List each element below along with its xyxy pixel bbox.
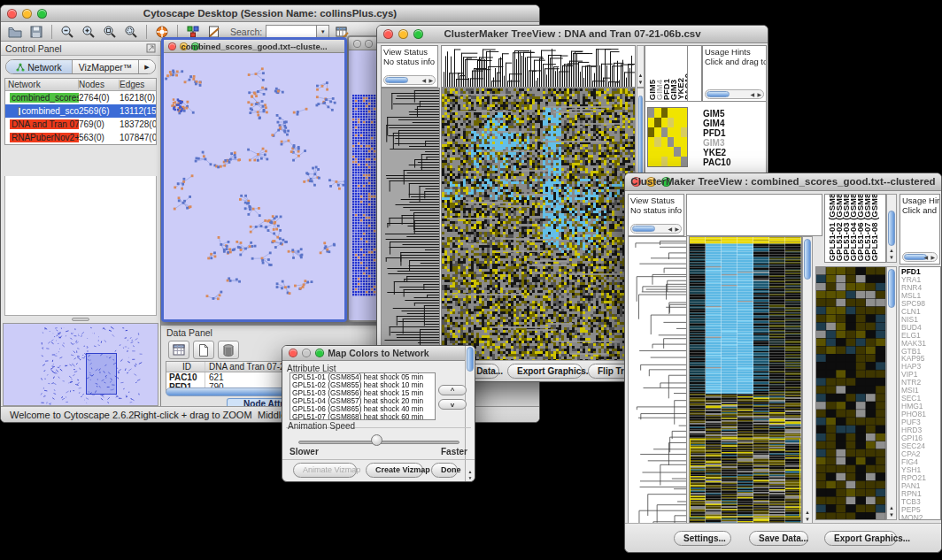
scroll-down-icon[interactable]: ▼ [466, 475, 475, 480]
network-row[interactable]: combined_scores 2764(0) 16218(0) [5, 91, 156, 104]
save-data-button[interactable]: Save Data... [749, 531, 808, 546]
attribute-list[interactable]: GPL51-01 (GSM854) heat shock 05 minGPL51… [290, 372, 436, 420]
scroll-down-icon[interactable]: ▼ [803, 517, 812, 522]
birdseye-view[interactable] [3, 323, 158, 406]
delete-attribute-icon[interactable] [218, 341, 239, 359]
heatmap-panel[interactable] [441, 88, 636, 362]
save-session-button[interactable] [27, 24, 45, 40]
network-row[interactable]: DNA and Tran 07 769(0) 183728(0) [5, 118, 156, 131]
scroll-right-icon[interactable]: ▶ [429, 77, 433, 83]
select-attributes-icon[interactable] [168, 341, 189, 359]
status-hint-zoom: Right-click + drag to ZOOM [134, 410, 252, 420]
scroll-right-icon[interactable]: ▶ [675, 226, 679, 232]
search-input[interactable] [266, 25, 317, 38]
new-attribute-icon[interactable] [193, 341, 214, 359]
network-edges-count: 13112(15) [120, 106, 156, 116]
attribute-list-item[interactable]: GPL51-07 (GSM868) heat shock 60 min [290, 413, 435, 420]
usage-hints-scrollbar[interactable]: ◀▶ [902, 252, 938, 262]
gene-labels-panel[interactable]: PFD1YRA1RNR4MSL1SPC98CLN1NIS1BUD4ELG1MAK… [899, 266, 941, 520]
column-header-nodes[interactable]: Nodes [79, 80, 120, 89]
minimize-button[interactable] [365, 40, 373, 48]
map-colors-dialog: Map Colors to Network Attribute List GPL… [282, 345, 475, 482]
column-labels-panel[interactable]: GPL51-01 (GSM854)GPL51-02 (GSM855)GPL51-… [824, 194, 886, 263]
scroll-up-icon[interactable]: ▲ [637, 73, 644, 78]
row-dendrogram-panel[interactable] [381, 88, 440, 362]
done-button[interactable]: Done [431, 463, 458, 478]
close-button[interactable] [353, 40, 361, 48]
animation-speed-slider-thumb[interactable] [371, 434, 382, 446]
view-status-scrollbar[interactable]: ◀▶ [630, 224, 682, 234]
create-vizmap-button[interactable]: Create Vizmap [366, 463, 423, 478]
network-window-titlebar[interactable]: combined_scores_good.txt--cluste... [164, 40, 344, 53]
usage-hints-scrollbar[interactable]: ◀▶ [705, 89, 764, 99]
panel-divider-handle[interactable] [72, 318, 89, 321]
open-session-button[interactable] [6, 24, 24, 40]
column-header-id[interactable]: ID [166, 362, 205, 372]
export-graphics-button[interactable]: Export Graphics... [507, 364, 583, 379]
treeview-window-combined: ClusterMaker TreeView : combined_scores_… [624, 173, 942, 553]
zoom-in-icon[interactable] [80, 24, 97, 40]
view-status-scrollbar[interactable]: ◀▶ [383, 75, 436, 85]
main-titlebar[interactable]: Cytoscape Desktop (Session Name: collins… [1, 5, 539, 22]
row-labels[interactable]: GIM5GIM4PFD1GIM3YKE2PAC10 [703, 109, 731, 167]
scroll-up-icon[interactable]: ▲ [466, 469, 475, 474]
overview-cell [654, 137, 660, 147]
zoom-heatmap-scrollbar[interactable]: ▲ ▼ [886, 266, 897, 520]
network-nodes-count: 563(0) [79, 133, 120, 142]
network-canvas[interactable] [164, 53, 344, 319]
scroll-left-icon[interactable]: ◀ [421, 77, 426, 83]
heatmap-panel[interactable] [689, 236, 802, 525]
row-label: GIM5 [703, 109, 731, 119]
zoom-heatmap-panel[interactable] [815, 266, 886, 520]
network-row-selected[interactable]: combined_sco 2569(6) 13112(15) [5, 104, 156, 118]
move-up-button[interactable]: ^ [438, 385, 467, 395]
zoom-fit-icon[interactable] [122, 24, 140, 40]
scroll-left-icon[interactable]: ◀ [750, 91, 754, 97]
export-graphics-button[interactable]: Export Graphics... [824, 531, 897, 546]
network-table-header[interactable]: Network Nodes Edges [5, 79, 156, 91]
settings-button[interactable]: Settings... [674, 531, 731, 546]
treeview-title: ClusterMaker TreeView : combined_scores_… [625, 176, 941, 187]
scroll-up-icon[interactable]: ▲ [887, 505, 896, 510]
scroll-right-icon[interactable]: ▶ [930, 254, 935, 260]
column-labels-scrollbar[interactable]: ▲ ▼ [886, 194, 897, 263]
view-status-panel: View Status No status info for ◀▶ [628, 194, 684, 236]
column-header-network[interactable]: Network [5, 80, 79, 89]
network-row[interactable]: RNAPuberNov2+ 563(0) 107847(0) [5, 131, 156, 144]
column-header-edges[interactable]: Edges [120, 80, 156, 89]
column-label: PFD1 [661, 79, 668, 100]
overview-heatmap[interactable] [647, 107, 688, 167]
dendrogram-scrollbar[interactable]: ▲ ▼ [637, 45, 645, 88]
dialog-titlebar[interactable]: Map Colors to Network [282, 346, 475, 361]
zoom-out-icon[interactable] [58, 24, 76, 40]
scroll-down-icon[interactable]: ▼ [637, 80, 644, 85]
scroll-left-icon[interactable]: ◀ [923, 254, 928, 260]
scroll-right-icon[interactable]: ▶ [757, 91, 761, 97]
scroll-down-icon[interactable]: ▼ [887, 255, 896, 260]
treeview-titlebar[interactable]: ClusterMaker TreeView : DNA and Tran 07-… [377, 26, 768, 43]
zoom-selected-icon[interactable] [101, 24, 119, 40]
move-down-button[interactable]: v [438, 399, 467, 410]
heatmap-scrollbar[interactable]: ▲ ▼ [802, 236, 813, 525]
tab-vizmapper[interactable]: VizMapper™ [73, 60, 139, 73]
scroll-left-icon[interactable]: ◀ [668, 226, 672, 232]
tab-more-arrow[interactable]: ▶ [139, 60, 155, 73]
scroll-down-icon[interactable]: ▼ [887, 512, 896, 518]
float-panel-icon[interactable] [146, 43, 156, 55]
network-edges-count: 107847(0) [120, 133, 156, 142]
attribute-list-scrollbar[interactable]: ▲ ▼ [465, 346, 475, 481]
treeview-titlebar[interactable]: ClusterMaker TreeView : combined_scores_… [625, 173, 941, 191]
column-dendrogram-panel[interactable] [441, 45, 636, 88]
column-labels-panel[interactable]: GIM5GIM4PFD1GIM3YKE2PAC10 [645, 45, 688, 102]
row-label: GIM3 [703, 138, 731, 148]
column-dendrogram-panel[interactable] [686, 194, 822, 236]
animate-vizmap-button[interactable]: Animate Vizmap [293, 463, 357, 478]
tab-network[interactable]: Network [6, 60, 73, 73]
network-name: combined_scores [10, 93, 79, 103]
network-view-window-1[interactable]: combined_scores_good.txt--cluste... [161, 37, 347, 322]
view-status-text: No status info for [383, 57, 436, 66]
scroll-up-icon[interactable]: ▲ [803, 510, 812, 515]
scroll-up-icon[interactable]: ▲ [887, 248, 896, 253]
row-dendrogram-panel[interactable] [628, 236, 687, 525]
search-dropdown-arrow-icon[interactable]: ▼ [317, 25, 329, 38]
